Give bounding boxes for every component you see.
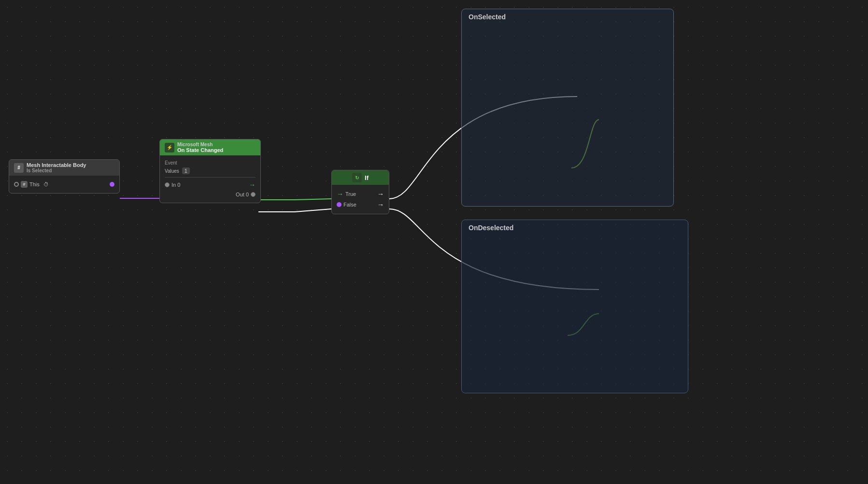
ms-event: On State Changed — [177, 147, 223, 153]
if-true-in-arrow: → — [337, 190, 343, 198]
if-node-body: → True → False → — [332, 185, 389, 214]
ms-values-badge: 1 — [182, 167, 190, 174]
mesh-title: Mesh Interactable Body — [27, 162, 86, 168]
mesh-interactable-node: # Mesh Interactable Body Is Selected # T… — [9, 159, 120, 194]
ms-in0-port: In 0 → — [165, 180, 256, 190]
lightning-icon: ⚡ — [165, 143, 174, 152]
mesh-this-port: # This ⏱ — [14, 180, 114, 189]
if-true-label: True — [345, 191, 356, 197]
if-title: If — [365, 174, 369, 181]
ms-out0-port: Out 0 — [165, 190, 256, 199]
onselected-group: OnSelected ⬡ Get Variable Object ▼ Cylin… — [461, 9, 674, 207]
refresh-icon: ↻ — [352, 173, 362, 182]
if-true-out-arrow: → — [377, 190, 384, 198]
ms-event-label: Event — [165, 159, 256, 166]
onselected-label: OnSelected — [462, 9, 673, 25]
ondeselected-group: OnDeselected ⬡ Get Variable Object ▼ Cyl… — [461, 220, 688, 393]
mesh-subtitle: Is Selected — [27, 168, 86, 173]
ms-out-dot — [251, 192, 256, 197]
connections-canvas — [0, 0, 868, 484]
ms-in-label: In 0 — [171, 182, 180, 188]
if-false-dot — [337, 202, 342, 207]
if-true-port: → True → — [337, 189, 384, 199]
if-node-header: ↻ If — [332, 170, 389, 185]
mesh-node-header: # Mesh Interactable Body Is Selected — [9, 160, 119, 176]
ms-in-arrow: → — [249, 181, 256, 189]
mesh-port-dot — [14, 182, 19, 187]
ms-provider: Microsoft Mesh — [177, 142, 223, 147]
ms-divider — [165, 177, 256, 178]
mesh-port-hash-icon: # — [21, 181, 28, 188]
mesh-port-label: This — [29, 181, 40, 187]
ms-values-label: Values — [165, 168, 179, 174]
microsoft-mesh-node: ⚡ Microsoft Mesh On State Changed Event … — [159, 139, 261, 203]
ms-in-dot — [165, 182, 170, 187]
if-node: ↻ If → True → False → — [331, 170, 389, 214]
ms-out-label: Out 0 — [236, 192, 249, 197]
ms-node-header: ⚡ Microsoft Mesh On State Changed — [160, 139, 260, 155]
ms-node-body: Event Values 1 In 0 → Out 0 — [160, 155, 260, 203]
if-false-label: False — [343, 202, 356, 207]
ms-values-row: Values 1 — [165, 166, 256, 175]
if-false-port: False → — [337, 199, 384, 210]
ondeselected-label: OnDeselected — [462, 220, 688, 235]
mesh-node-body: # This ⏱ — [9, 176, 119, 193]
if-false-out-arrow: → — [377, 201, 384, 208]
hash-icon: # — [14, 163, 24, 173]
mesh-output-dot — [110, 182, 114, 187]
